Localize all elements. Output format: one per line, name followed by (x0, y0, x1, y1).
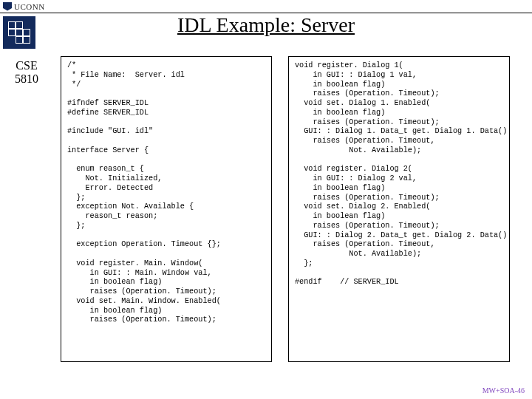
course-line1: CSE (4, 59, 49, 72)
course-line2: 5810 (4, 72, 49, 86)
code-panel-right: void register. Dialog 1( in GUI: : Dialo… (288, 56, 510, 362)
brand-bar: UCONN (0, 0, 532, 13)
slide-title: IDL Example: Server (0, 13, 532, 37)
brand-text: UCONN (14, 2, 45, 11)
shield-icon (3, 2, 12, 11)
code-panel-left: /* * File Name: Server. idl */ #ifndef S… (61, 56, 272, 362)
code-block-right: void register. Dialog 1( in GUI: : Dialo… (289, 57, 509, 292)
slide-footer: MW+SOA-46 (482, 386, 525, 395)
course-code: CSE 5810 (4, 59, 49, 85)
code-block-left: /* * File Name: Server. idl */ #ifndef S… (61, 57, 271, 330)
